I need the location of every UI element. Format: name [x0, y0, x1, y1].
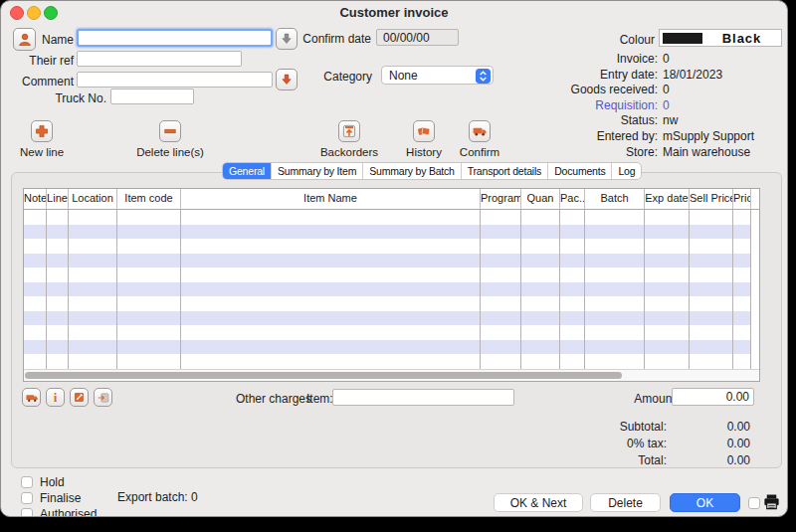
- category-label: Category: [299, 70, 372, 84]
- column-header-program[interactable]: Program: [481, 189, 521, 209]
- export-batch-label: Export batch: 0: [117, 490, 198, 504]
- checkbox-row-authorised: Authorised: [21, 506, 97, 517]
- note-edit-icon: [73, 391, 86, 404]
- confirm-button[interactable]: [469, 120, 491, 142]
- history-cards-icon: [416, 123, 432, 139]
- print-checkbox[interactable]: [748, 497, 760, 509]
- table-empty-row[interactable]: [24, 267, 759, 282]
- checkbox-hold[interactable]: [21, 476, 33, 488]
- checkbox-row-hold: Hold: [21, 474, 97, 490]
- line-info-button[interactable]: i: [46, 388, 65, 407]
- backorder-box-icon: [341, 123, 357, 139]
- footer-checkboxes: HoldFinaliseAuthorised: [21, 474, 97, 517]
- column-header-price[interactable]: Price: [733, 189, 751, 209]
- tab-log[interactable]: Log: [612, 163, 641, 179]
- name-input[interactable]: [77, 29, 273, 47]
- table-empty-row[interactable]: [24, 340, 759, 355]
- colour-picker[interactable]: Black: [659, 29, 782, 47]
- column-header-location[interactable]: Location: [69, 189, 117, 209]
- checkbox-authorised[interactable]: [21, 508, 33, 517]
- backorders-button[interactable]: [338, 120, 360, 142]
- printer-icon: [762, 500, 781, 514]
- other-charges-label: Other charges: [236, 392, 311, 406]
- table-empty-row[interactable]: [24, 325, 759, 340]
- column-header-notes[interactable]: Notes: [24, 189, 47, 209]
- total-row-0-tax: 0% tax:0.00: [499, 436, 750, 452]
- tab-transport-details[interactable]: Transport details: [462, 163, 548, 179]
- table-empty-row[interactable]: [24, 210, 759, 225]
- customer-invoice-window: Customer invoice Name Their ref Comment …: [0, 0, 788, 517]
- dispatch-line-button[interactable]: [22, 388, 41, 407]
- column-header-quan[interactable]: Quan: [521, 189, 560, 209]
- table-empty-row[interactable]: [24, 311, 759, 326]
- invoice-info-list: Invoice:0Entry date:18/01/2023Goods rece…: [479, 52, 755, 160]
- name-dropdown-button[interactable]: [276, 28, 298, 50]
- tab-summary-by-item[interactable]: Summary by Item: [272, 163, 363, 179]
- column-header-item-code[interactable]: Item code: [117, 189, 181, 209]
- table-empty-row[interactable]: [24, 254, 759, 268]
- table-empty-row[interactable]: [24, 225, 759, 240]
- new-line-label: New line: [20, 146, 64, 158]
- info-row-entry-date: Entry date:18/01/2023: [479, 68, 755, 84]
- print-button[interactable]: [762, 492, 781, 514]
- comment-expand-button[interactable]: [276, 69, 298, 90]
- tab-summary-by-batch[interactable]: Summary by Batch: [363, 163, 462, 179]
- category-select[interactable]: None: [381, 66, 494, 85]
- name-label: Name: [21, 33, 74, 47]
- table-empty-row[interactable]: [24, 296, 759, 311]
- down-arrow-icon: [280, 73, 294, 87]
- total-row-total: Total:0.00: [499, 452, 750, 469]
- total-row-subtotal: Subtotal:0.00: [499, 419, 750, 436]
- truck-no-input[interactable]: [110, 89, 194, 104]
- confirm-date-label: Confirm date: [299, 32, 371, 46]
- info-icon: i: [54, 391, 58, 404]
- checkbox-finalise[interactable]: [21, 492, 33, 504]
- table-empty-row[interactable]: [24, 282, 759, 297]
- horizontal-scrollbar[interactable]: [24, 369, 759, 381]
- info-row-store: Store:Main warehouse: [479, 145, 755, 161]
- tab-documents[interactable]: Documents: [548, 163, 612, 179]
- colour-swatch: [663, 33, 702, 44]
- column-header-line[interactable]: Line: [47, 189, 69, 209]
- new-line-button[interactable]: [31, 120, 53, 142]
- column-header-exp-date[interactable]: Exp date: [645, 189, 690, 209]
- table-empty-row[interactable]: [24, 354, 759, 369]
- amount-label: Amount:: [569, 392, 679, 406]
- totals-list: Subtotal:0.000% tax:0.00Total:0.00: [499, 419, 750, 468]
- column-header-item-name[interactable]: Item Name: [181, 189, 481, 209]
- table-header-row: NotesLineLocationItem codeItem NameProgr…: [24, 189, 759, 210]
- checkbox-row-finalise: Finalise: [21, 490, 97, 506]
- column-header-batch[interactable]: Batch: [585, 189, 645, 209]
- ok-and-next-button[interactable]: OK & Next: [494, 493, 583, 512]
- info-row-entered-by: Entered by:mSupply Support: [479, 129, 755, 145]
- their-ref-label: Their ref: [21, 54, 74, 68]
- info-row-status: Status:nw: [479, 113, 755, 129]
- truck-icon: [472, 123, 488, 139]
- column-header-pac[interactable]: Pac...: [560, 189, 585, 209]
- edit-note-button[interactable]: [70, 388, 89, 407]
- comment-label: Comment: [11, 75, 74, 89]
- tab-bar: GeneralSummary by ItemSummary by BatchTr…: [222, 162, 642, 180]
- delete-lines-button[interactable]: [159, 120, 181, 142]
- plus-icon: [34, 123, 50, 139]
- info-row-invoice: Invoice:0: [479, 52, 755, 68]
- table-empty-row[interactable]: [24, 239, 759, 254]
- column-header-sell-price[interactable]: Sell Price: [690, 189, 733, 209]
- colour-name: Black: [702, 31, 781, 46]
- mini-truck-icon: [25, 391, 39, 405]
- info-row-goods-received: Goods received:0: [479, 83, 755, 98]
- down-arrow-icon: [280, 32, 294, 46]
- other-charges-item-input[interactable]: [332, 389, 514, 406]
- colour-label: Colour: [591, 33, 655, 47]
- history-button[interactable]: [413, 120, 435, 142]
- title-bar: Customer invoice: [1, 1, 787, 23]
- amount-value: 0.00: [673, 389, 753, 404]
- delete-button[interactable]: Delete: [590, 493, 661, 512]
- their-ref-input[interactable]: [77, 51, 242, 67]
- scrollbar-thumb[interactable]: [25, 372, 622, 379]
- tab-general[interactable]: General: [223, 163, 272, 179]
- comment-input[interactable]: [77, 72, 273, 88]
- import-lines-button[interactable]: [94, 388, 112, 407]
- ok-button[interactable]: OK: [670, 493, 740, 512]
- amount-input[interactable]: 0.00: [672, 388, 754, 406]
